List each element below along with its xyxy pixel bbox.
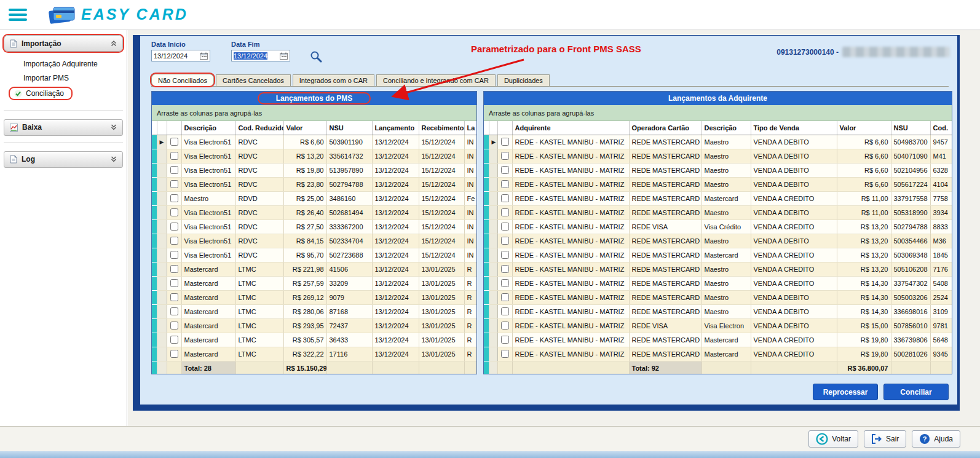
row-checkbox[interactable] [501, 336, 509, 344]
table-row[interactable]: Visa Electron51RDVCR$ 27,5033336720013/1… [152, 219, 476, 234]
row-check-cell[interactable] [167, 163, 181, 177]
row-check-cell[interactable] [167, 347, 181, 361]
table-row[interactable]: MastercardLTMCR$ 305,573643313/12/202413… [152, 333, 476, 347]
row-check-cell[interactable] [167, 191, 181, 205]
table-row[interactable]: Visa Electron51RDVCR$ 26,4050268149413/1… [152, 205, 476, 219]
reprocessar-button[interactable]: Reprocessar [813, 384, 878, 400]
row-selector[interactable] [157, 191, 167, 205]
table-row[interactable]: REDE - KASTEL MANIBU - MATRIZREDE MASTER… [484, 191, 952, 205]
row-check-cell[interactable] [167, 262, 181, 276]
row-checkbox[interactable] [170, 279, 178, 287]
sidebar-item-conciliacao[interactable]: Conciliação [4, 85, 123, 103]
column-header[interactable]: NSU [326, 121, 372, 135]
row-check-cell[interactable] [497, 333, 512, 347]
column-header[interactable]: Cod. [930, 121, 952, 135]
sidebar-section-log[interactable]: Log [4, 151, 123, 168]
column-header[interactable]: Valor [283, 121, 326, 135]
table-row[interactable]: REDE - KASTEL MANIBU - MATRIZREDE MASTER… [484, 248, 952, 262]
table-row[interactable]: MastercardLTMCR$ 293,957243713/12/202413… [152, 318, 476, 333]
row-selector[interactable] [489, 234, 497, 248]
row-checkbox[interactable] [170, 350, 178, 358]
sidebar-section-baixa[interactable]: Baixa [4, 119, 123, 136]
row-selector[interactable] [489, 304, 497, 318]
row-selector[interactable] [489, 177, 497, 191]
table-row[interactable]: Visa Electron51RDVCR$ 23,8050279478813/1… [152, 177, 476, 191]
row-check-cell[interactable] [167, 135, 181, 149]
row-selector[interactable] [489, 219, 497, 234]
tab-nao-conciliados[interactable]: Não Conciliados [151, 74, 214, 86]
row-check-cell[interactable] [167, 304, 181, 318]
row-check-cell[interactable] [167, 333, 181, 347]
row-selector[interactable] [157, 304, 167, 318]
row-checkbox[interactable] [501, 166, 509, 174]
row-checkbox[interactable] [170, 336, 178, 344]
row-selector[interactable] [489, 262, 497, 276]
adquirente-group-drop-zone[interactable]: Arraste as colunas para agrupá-las [484, 105, 952, 121]
column-header[interactable]: Adquirente [512, 121, 629, 135]
table-row[interactable]: REDE - KASTEL MANIBU - MATRIZREDE MASTER… [484, 304, 952, 318]
row-selector[interactable] [157, 163, 167, 177]
row-checkbox[interactable] [170, 265, 178, 273]
table-row[interactable]: REDE - KASTEL MANIBU - MATRIZREDE VISAVi… [484, 219, 952, 234]
row-check-cell[interactable] [497, 262, 512, 276]
row-selector[interactable] [489, 333, 497, 347]
column-header[interactable]: Cod. Reduzido [235, 121, 283, 135]
row-check-cell[interactable] [497, 135, 512, 149]
table-row[interactable]: REDE - KASTEL MANIBU - MATRIZREDE MASTER… [484, 276, 952, 290]
table-row[interactable]: MastercardLTMCR$ 269,12907913/12/202413/… [152, 290, 476, 304]
row-check-cell[interactable] [497, 219, 512, 234]
table-row[interactable]: REDE - KASTEL MANIBU - MATRIZREDE MASTER… [484, 290, 952, 304]
row-selector[interactable] [157, 149, 167, 163]
row-check-cell[interactable] [167, 290, 181, 304]
search-button[interactable] [310, 50, 322, 65]
table-row[interactable]: MaestroRDVDR$ 25,00348616013/12/202415/1… [152, 191, 476, 205]
tab-cartoes-cancelados[interactable]: Cartões Cancelados [216, 74, 291, 86]
row-checkbox[interactable] [501, 265, 509, 273]
conciliar-button[interactable]: Conciliar [883, 384, 949, 400]
sidebar-section-importacao[interactable]: Importação [4, 35, 123, 52]
menu-icon[interactable] [9, 6, 27, 23]
ajuda-button[interactable]: ? Ajuda [912, 430, 960, 448]
row-checkbox[interactable] [170, 180, 178, 188]
table-row[interactable]: ▶REDE - KASTEL MANIBU - MATRIZREDE MASTE… [484, 135, 952, 149]
table-row[interactable]: Visa Electron51RDVCR$ 95,7050272368813/1… [152, 248, 476, 262]
row-check-cell[interactable] [167, 318, 181, 333]
row-check-cell[interactable] [497, 276, 512, 290]
row-checkbox[interactable] [170, 251, 178, 259]
row-selector[interactable] [489, 191, 497, 205]
row-checkbox[interactable] [501, 208, 509, 216]
row-checkbox[interactable] [170, 208, 178, 216]
column-header[interactable]: La [464, 121, 476, 135]
row-selector[interactable] [157, 248, 167, 262]
row-checkbox[interactable] [170, 138, 178, 146]
tab-duplicidades[interactable]: Duplicidades [497, 74, 550, 86]
row-checkbox[interactable] [501, 307, 509, 315]
table-row[interactable]: Visa Electron51RDVCR$ 19,8051395789013/1… [152, 163, 476, 177]
row-selector[interactable] [157, 262, 167, 276]
table-row[interactable]: REDE - KASTEL MANIBU - MATRIZREDE MASTER… [484, 163, 952, 177]
tab-conciliando-e-integrando-com-car[interactable]: Conciliando e integrando com CAR [376, 74, 496, 86]
column-header[interactable]: Operadora Cartão [629, 121, 701, 135]
row-check-cell[interactable] [497, 290, 512, 304]
row-checkbox[interactable] [501, 180, 509, 188]
row-checkbox[interactable] [170, 223, 178, 231]
column-header[interactable]: Tipo de Venda [751, 121, 837, 135]
table-row[interactable]: Visa Electron51RDVCR$ 13,2033561473213/1… [152, 149, 476, 163]
row-check-cell[interactable] [497, 347, 512, 361]
row-checkbox[interactable] [170, 152, 178, 160]
row-selector[interactable] [489, 248, 497, 262]
row-checkbox[interactable] [501, 223, 509, 231]
table-row[interactable]: REDE - KASTEL MANIBU - MATRIZREDE MASTER… [484, 149, 952, 163]
row-checkbox[interactable] [170, 322, 178, 330]
table-row[interactable]: Visa Electron51RDVCR$ 84,1550233470413/1… [152, 234, 476, 248]
row-check-cell[interactable] [497, 149, 512, 163]
table-row[interactable]: REDE - KASTEL MANIBU - MATRIZREDE MASTER… [484, 177, 952, 191]
row-selector[interactable] [489, 347, 497, 361]
row-checkbox[interactable] [170, 307, 178, 315]
row-checkbox[interactable] [170, 293, 178, 301]
table-row[interactable]: MastercardLTMCR$ 221,984150613/12/202413… [152, 262, 476, 276]
table-row[interactable]: REDE - KASTEL MANIBU - MATRIZREDE MASTER… [484, 333, 952, 347]
row-checkbox[interactable] [501, 138, 509, 146]
data-inicio-input[interactable]: 13/12/2024 [151, 50, 210, 61]
table-row[interactable]: MastercardLTMCR$ 280,068716813/12/202413… [152, 304, 476, 318]
